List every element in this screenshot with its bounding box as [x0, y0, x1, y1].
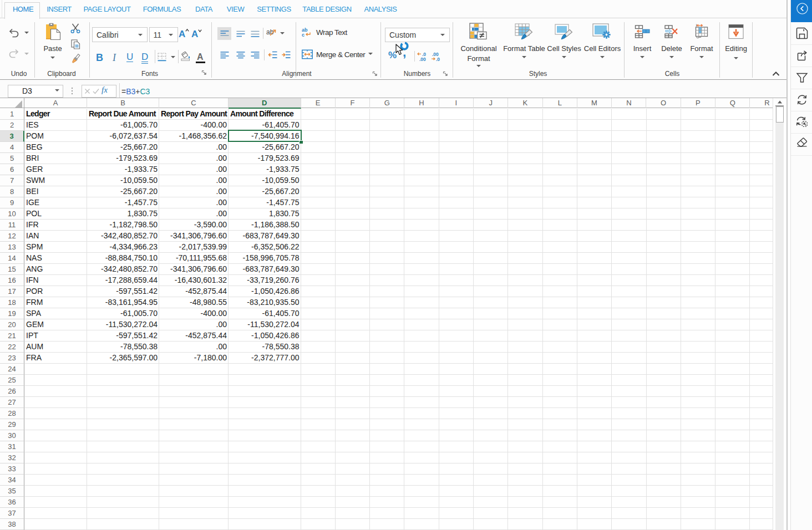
svg-text:.00: .00 [419, 57, 426, 62]
svg-text:.0: .0 [436, 57, 440, 62]
svg-text:c: c [302, 32, 304, 37]
